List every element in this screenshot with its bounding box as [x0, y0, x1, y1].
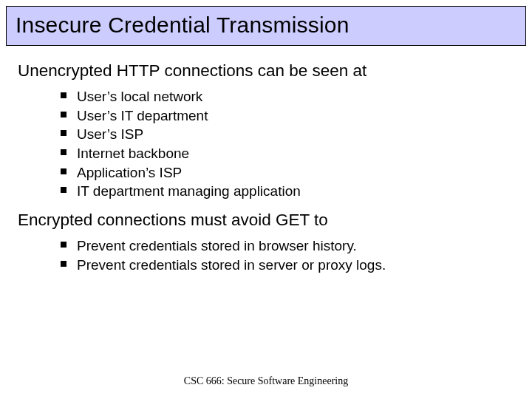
list-item: User’s IT department	[61, 106, 514, 126]
list-item: User’s ISP	[61, 125, 514, 144]
slide-title: Insecure Credential Transmission	[16, 13, 516, 38]
slide-footer: CSC 666: Secure Software Engineering	[0, 375, 532, 387]
list-item: Prevent credentials stored in browser hi…	[61, 236, 514, 256]
slide-title-box: Insecure Credential Transmission	[6, 6, 526, 46]
section-heading-2: Encrypted connections must avoid GET to	[18, 210, 514, 231]
bullet-list-2: Prevent credentials stored in browser hi…	[61, 236, 514, 274]
bullet-list-1: User’s local network User’s IT departmen…	[61, 87, 514, 201]
list-item: IT department managing application	[61, 182, 514, 201]
slide-body: Unencrypted HTTP connections can be seen…	[0, 46, 532, 274]
list-item: Prevent credentials stored in server or …	[61, 256, 514, 275]
list-item: Internet backbone	[61, 144, 514, 163]
section-heading-1: Unencrypted HTTP connections can be seen…	[18, 61, 514, 81]
list-item: User’s local network	[61, 87, 514, 106]
list-item: Application’s ISP	[61, 163, 514, 183]
